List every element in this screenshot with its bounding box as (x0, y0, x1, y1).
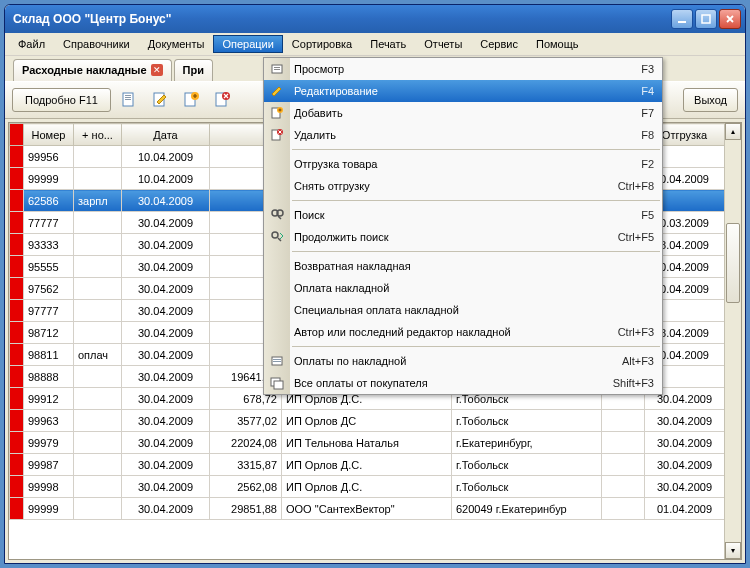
menu-item[interactable]: Все оплаты от покупателяShift+F3 (264, 372, 662, 394)
cell: 30.04.2009 (122, 476, 210, 498)
search-icon (268, 206, 286, 224)
cell (74, 366, 122, 388)
close-button[interactable] (719, 9, 741, 29)
menu-item-label: Просмотр (294, 63, 641, 75)
cell: 99963 (24, 410, 74, 432)
svg-rect-3 (125, 95, 131, 96)
cell: 99979 (24, 432, 74, 454)
detail-button[interactable]: Подробно F11 (12, 88, 111, 112)
menu-операции[interactable]: Операции (213, 35, 282, 53)
tab-0[interactable]: Расходные накладные✕ (13, 59, 172, 81)
cell (10, 256, 24, 278)
menu-item[interactable]: Продолжить поискCtrl+F5 (264, 226, 662, 248)
cell (10, 388, 24, 410)
tab-close-icon[interactable]: ✕ (151, 64, 163, 76)
column-header[interactable]: Дата (122, 124, 210, 146)
operations-menu: ПросмотрF3РедактированиеF4ДобавитьF7Удал… (263, 57, 663, 395)
table-row[interactable]: 9999830.04.20092562,08ИП Орлов Д.С.г.Тоб… (10, 476, 741, 498)
cell: 93333 (24, 234, 74, 256)
cell (74, 476, 122, 498)
table-row[interactable]: 9996330.04.20093577,02ИП Орлов ДСг.Тобол… (10, 410, 741, 432)
menu-item-shortcut: Ctrl+F8 (618, 180, 654, 192)
cell: ООО "СантехВектор" (282, 498, 452, 520)
cell: 30.04.2009 (122, 432, 210, 454)
menu-item[interactable]: Специальная оплата накладной (264, 299, 662, 321)
menu-item-label: Поиск (294, 209, 641, 221)
column-header[interactable]: Номер (24, 124, 74, 146)
delete-icon (268, 126, 286, 144)
menu-item[interactable]: УдалитьF8 (264, 124, 662, 146)
menu-item[interactable]: Возвратная накладная (264, 255, 662, 277)
cell (10, 212, 24, 234)
menu-печать[interactable]: Печать (361, 35, 415, 53)
doc-add-icon[interactable] (178, 87, 204, 113)
menu-файл[interactable]: Файл (9, 35, 54, 53)
scroll-down-icon[interactable]: ▾ (725, 542, 741, 559)
menu-отчеты[interactable]: Отчеты (415, 35, 471, 53)
minimize-button[interactable] (671, 9, 693, 29)
menu-сервис[interactable]: Сервис (471, 35, 527, 53)
cell: г.Екатеринбург, (452, 432, 602, 454)
column-header[interactable] (10, 124, 24, 146)
scroll-thumb[interactable] (726, 223, 740, 303)
cell: 98712 (24, 322, 74, 344)
cell (602, 498, 645, 520)
cell: 620049 г.Екатеринбур (452, 498, 602, 520)
cell: 30.04.2009 (122, 366, 210, 388)
cell: 30.04.2009 (122, 278, 210, 300)
menu-item-label: Возвратная накладная (294, 260, 654, 272)
cell: 30.04.2009 (122, 498, 210, 520)
tab-1[interactable]: При (174, 59, 213, 81)
cell: г.Тобольск (452, 410, 602, 432)
menu-item[interactable]: Автор или последний редактор накладнойCt… (264, 321, 662, 343)
maximize-button[interactable] (695, 9, 717, 29)
menu-помощь[interactable]: Помощь (527, 35, 588, 53)
cell: 30.04.2009 (122, 256, 210, 278)
doc-edit-icon[interactable] (147, 87, 173, 113)
cell (74, 322, 122, 344)
cell: 30.04.2009 (122, 300, 210, 322)
cell: зарпл (74, 190, 122, 212)
menu-item[interactable]: Оплаты по накладнойAlt+F3 (264, 350, 662, 372)
cell (74, 410, 122, 432)
vertical-scrollbar[interactable]: ▴ ▾ (724, 123, 741, 559)
menu-справочники[interactable]: Справочники (54, 35, 139, 53)
table-row[interactable]: 9998730.04.20093315,87ИП Орлов Д.С.г.Тоб… (10, 454, 741, 476)
menu-item-shortcut: Ctrl+F3 (618, 326, 654, 338)
cell: г.Тобольск (452, 476, 602, 498)
cell (74, 454, 122, 476)
scroll-up-icon[interactable]: ▴ (725, 123, 741, 140)
cell (10, 300, 24, 322)
menu-item[interactable]: РедактированиеF4 (264, 80, 662, 102)
cell (10, 476, 24, 498)
menu-item-shortcut: Alt+F3 (622, 355, 654, 367)
menu-item[interactable]: Снять отгрузкуCtrl+F8 (264, 175, 662, 197)
cell (10, 344, 24, 366)
menu-item-label: Оплата накладной (294, 282, 654, 294)
menu-сортировка[interactable]: Сортировка (283, 35, 361, 53)
exit-button[interactable]: Выход (683, 88, 738, 112)
cell: 77777 (24, 212, 74, 234)
menu-item-label: Редактирование (294, 85, 641, 97)
cell: 99999 (24, 168, 74, 190)
table-row[interactable]: 9999930.04.200929851,88ООО "СантехВектор… (10, 498, 741, 520)
menu-item[interactable]: ПоискF5 (264, 204, 662, 226)
svg-rect-0 (678, 21, 686, 23)
cell: ИП Орлов Д.С. (282, 454, 452, 476)
svg-point-20 (272, 232, 278, 238)
cell: ИП Орлов ДС (282, 410, 452, 432)
menu-item[interactable]: Отгрузка товараF2 (264, 153, 662, 175)
column-header[interactable]: + но... (74, 124, 122, 146)
cell: оплач (74, 344, 122, 366)
cell: 10.04.2009 (122, 146, 210, 168)
doc-new-icon[interactable] (116, 87, 142, 113)
menu-документы[interactable]: Документы (139, 35, 214, 53)
menu-item[interactable]: ДобавитьF7 (264, 102, 662, 124)
menu-item[interactable]: ПросмотрF3 (264, 58, 662, 80)
cell (74, 278, 122, 300)
menu-item-label: Отгрузка товара (294, 158, 641, 170)
cell (10, 234, 24, 256)
table-row[interactable]: 9997930.04.200922024,08ИП Тельнова Натал… (10, 432, 741, 454)
doc-delete-icon[interactable] (209, 87, 235, 113)
menu-item[interactable]: Оплата накладной (264, 277, 662, 299)
